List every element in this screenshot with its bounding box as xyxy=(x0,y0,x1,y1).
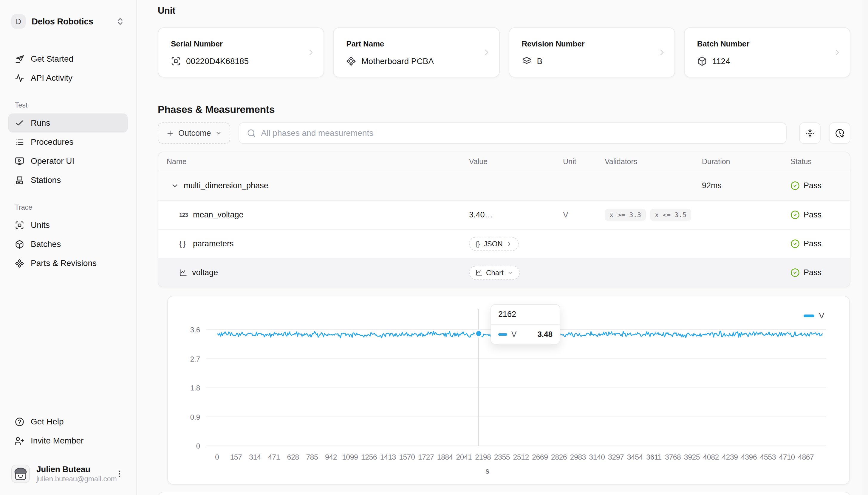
revision-number-card[interactable]: Revision Number B xyxy=(509,28,675,78)
validator-badge: x >= 3.3 xyxy=(605,209,646,221)
chevron-right-icon xyxy=(833,48,842,57)
col-name: Name xyxy=(158,157,469,166)
part-name-card[interactable]: Part Name Motherboard PCBA xyxy=(333,28,499,78)
sidebar-item-invite-member[interactable]: Invite Member xyxy=(9,431,128,450)
chevron-down-icon[interactable] xyxy=(171,182,179,190)
chevron-down-icon xyxy=(507,270,513,276)
measurement-name: voltage xyxy=(192,268,218,277)
table-header: Name Value Unit Validators Duration Stat… xyxy=(158,152,850,171)
sidebar-item-api-activity[interactable]: API Activity xyxy=(9,68,128,88)
status-badge: Pass xyxy=(790,210,850,220)
col-validators: Validators xyxy=(605,157,702,166)
col-unit: Unit xyxy=(563,157,605,166)
outcome-filter-button[interactable]: Outcome xyxy=(158,122,230,144)
table-row-voltage[interactable]: voltage Chart Pass xyxy=(158,258,850,287)
chevron-right-icon xyxy=(657,48,667,57)
search-input[interactable] xyxy=(261,129,778,138)
svg-text:3611: 3611 xyxy=(646,453,662,461)
list-icon xyxy=(15,138,24,147)
card-label: Revision Number xyxy=(522,39,662,49)
unit-cards: Serial Number 00220D4K68185 Part Name Mo… xyxy=(158,28,850,78)
table-row-phase[interactable]: multi_dimension_phase 92ms Pass xyxy=(158,171,850,200)
card-value: Motherboard PCBA xyxy=(361,56,434,66)
table-row-mean-voltage[interactable]: 123 mean_voltage 3.40… V x >= 3.3 x <= 3… xyxy=(158,200,850,229)
svg-text:1570: 1570 xyxy=(399,453,415,461)
app-window: D Delos Robotics Get Started API Activit… xyxy=(0,0,868,495)
svg-text:3.6: 3.6 xyxy=(190,326,200,334)
sidebar-item-label: Stations xyxy=(31,175,61,185)
svg-text:3925: 3925 xyxy=(684,453,700,461)
col-duration: Duration xyxy=(702,157,790,166)
sidebar-item-batches[interactable]: Batches xyxy=(9,235,128,254)
json-value-chip[interactable]: {} JSON xyxy=(469,237,519,251)
svg-text:0: 0 xyxy=(196,442,200,450)
page-title: Unit xyxy=(158,5,850,16)
svg-text:4867: 4867 xyxy=(798,453,814,461)
scrollbar-gutter[interactable] xyxy=(863,0,868,495)
sidebar-item-label: API Activity xyxy=(31,73,72,83)
user-menu-kebab-icon[interactable] xyxy=(115,469,125,479)
collapse-all-button[interactable] xyxy=(799,122,821,144)
next-section-card-edge xyxy=(158,492,850,495)
voltage-chart[interactable]: 3.62.71.80.90015731447162878594210991256… xyxy=(167,296,850,484)
scan-icon xyxy=(15,221,24,230)
sidebar-item-procedures[interactable]: Procedures xyxy=(9,133,128,152)
phase-name: multi_dimension_phase xyxy=(184,181,268,190)
svg-text:4239: 4239 xyxy=(722,453,738,461)
box-icon xyxy=(15,240,24,249)
circle-check-icon xyxy=(790,268,800,277)
sidebar-section-test: Test xyxy=(15,101,128,109)
status-badge: Pass xyxy=(790,239,850,249)
chart-line-icon xyxy=(476,269,482,276)
search-icon xyxy=(247,129,256,138)
svg-text:2198: 2198 xyxy=(475,453,491,461)
sidebar: D Delos Robotics Get Started API Activit… xyxy=(0,0,136,495)
search-bar[interactable] xyxy=(239,122,787,144)
sidebar-item-stations[interactable]: Stations xyxy=(9,171,128,190)
legend-color-dash xyxy=(804,314,814,317)
sidebar-item-label: Parts & Revisions xyxy=(31,258,97,268)
org-switcher[interactable]: D Delos Robotics xyxy=(9,11,128,32)
chevron-right-icon xyxy=(306,48,316,57)
svg-text:4396: 4396 xyxy=(741,453,757,461)
svg-text:628: 628 xyxy=(287,453,299,461)
plus-icon xyxy=(166,129,174,137)
card-label: Part Name xyxy=(346,39,486,49)
sidebar-item-label: Procedures xyxy=(31,137,73,147)
sidebar-item-units[interactable]: Units xyxy=(9,216,128,235)
validator-badge: x <= 3.5 xyxy=(650,209,691,221)
phases-section-title: Phases & Measurements xyxy=(158,104,850,115)
svg-text:2669: 2669 xyxy=(532,453,548,461)
svg-text:2512: 2512 xyxy=(513,453,529,461)
status-badge: Pass xyxy=(790,268,850,277)
chevron-right-icon xyxy=(506,241,512,247)
card-value: 1124 xyxy=(713,56,730,66)
tooltip-series-dash xyxy=(498,333,507,336)
fold-vertical-icon xyxy=(805,129,815,138)
user-menu[interactable]: Julien Buteau julien.buteau@gmail.com xyxy=(9,462,128,486)
sidebar-item-get-started[interactable]: Get Started xyxy=(9,49,128,68)
chart-value-chip[interactable]: Chart xyxy=(469,266,520,280)
scan-icon xyxy=(171,56,181,66)
sidebar-section-trace: Trace xyxy=(15,203,128,211)
svg-text:2826: 2826 xyxy=(551,453,567,461)
serial-number-card[interactable]: Serial Number 00220D4K68185 xyxy=(158,28,324,78)
sidebar-item-get-help[interactable]: Get Help xyxy=(9,412,128,431)
svg-text:0: 0 xyxy=(215,453,219,461)
outcome-filter-label: Outcome xyxy=(178,129,211,138)
svg-text:2983: 2983 xyxy=(570,453,586,461)
history-button[interactable] xyxy=(829,122,850,144)
clock-arrow-down-icon xyxy=(835,129,845,138)
phase-duration: 92ms xyxy=(702,181,790,190)
chevron-right-icon xyxy=(482,48,491,57)
tooltip-x-value: 2162 xyxy=(491,305,560,325)
table-row-parameters[interactable]: { } parameters {} JSON Pass xyxy=(158,229,850,258)
phases-table: Name Value Unit Validators Duration Stat… xyxy=(158,152,850,287)
batch-number-card[interactable]: Batch Number 1124 xyxy=(684,28,850,78)
sidebar-item-runs[interactable]: Runs xyxy=(9,114,128,133)
sidebar-item-parts-revisions[interactable]: Parts & Revisions xyxy=(9,254,128,273)
sidebar-item-operator-ui[interactable]: Operator UI xyxy=(9,152,128,171)
main-content: Unit Serial Number 00220D4K68185 Part Na… xyxy=(136,0,863,495)
sidebar-item-label: Get Help xyxy=(31,417,64,427)
svg-text:2.7: 2.7 xyxy=(190,355,200,363)
